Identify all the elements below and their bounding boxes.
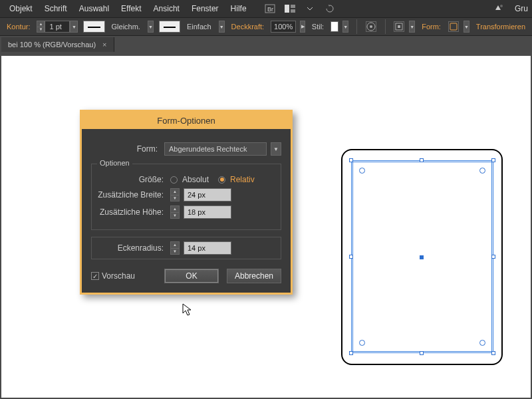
svg-rect-3 — [291, 5, 295, 8]
corner-anchor-bl[interactable] — [359, 340, 365, 346]
svg-rect-9 — [398, 25, 400, 28]
stroke-dropdown[interactable]: ▼ — [70, 21, 78, 33]
handle-tl[interactable] — [349, 158, 353, 162]
opacity-label: Deckkraft: — [229, 23, 267, 31]
handle-br[interactable] — [491, 351, 495, 355]
corner-radius-label: Eckenradius: — [97, 243, 166, 253]
handle-bl[interactable] — [349, 351, 353, 355]
bridge-icon[interactable]: Br — [264, 3, 276, 14]
stroke-style-1-dropdown[interactable]: ▼ — [148, 21, 154, 33]
svg-rect-10 — [450, 23, 457, 30]
svg-rect-4 — [291, 9, 295, 13]
size-relative-label[interactable]: Relativ — [230, 175, 255, 184]
svg-text:Br: Br — [267, 6, 273, 13]
menu-bar: Objekt Schrift Auswahl Effekt Ansicht Fe… — [0, 0, 532, 17]
radius-group: Eckenradius: ▲▼ 14 px — [91, 237, 281, 259]
form-type-dropdown-icon[interactable]: ▼ — [271, 142, 281, 156]
corner-radius-input[interactable]: 14 px — [184, 241, 231, 255]
extra-height-input[interactable]: 18 px — [184, 205, 231, 219]
align-icon[interactable] — [394, 21, 404, 32]
extra-width-label: Zusätzliche Breite: — [97, 190, 166, 200]
options-bar: Kontur: ▲▼ 1 pt ▼ Gleichm. ▼ Einfach ▼ D… — [0, 17, 532, 36]
shape-options-dialog: Form-Optionen Form: Abgerundetes Rechtec… — [80, 110, 293, 295]
menu-objekt[interactable]: Objekt — [4, 2, 38, 15]
stroke-style-2-dropdown[interactable]: ▼ — [219, 21, 225, 33]
extra-width-input[interactable]: 24 px — [184, 188, 231, 201]
shape-icon[interactable] — [448, 21, 459, 32]
sync-icon[interactable] — [324, 3, 336, 14]
stroke-stepper[interactable]: ▲▼ — [37, 21, 45, 33]
corner-anchor-tl[interactable] — [359, 168, 365, 174]
style-dropdown[interactable]: ▼ — [342, 21, 348, 33]
handle-ml[interactable] — [349, 255, 353, 259]
handle-bm[interactable] — [420, 351, 424, 355]
menu-fenster[interactable]: Fenster — [186, 2, 224, 15]
options-group: Optionen Größe: Absolut Relativ Zusätzli… — [91, 164, 281, 230]
svg-point-5 — [500, 5, 503, 7]
selected-shape[interactable] — [341, 149, 503, 365]
stroke-style-2-label: Einfach — [184, 23, 215, 31]
handle-tm[interactable] — [420, 158, 424, 162]
close-icon[interactable]: × — [102, 41, 106, 49]
options-group-legend: Optionen — [97, 159, 132, 167]
corner-anchor-tr[interactable] — [479, 168, 485, 174]
dialog-title[interactable]: Form-Optionen — [82, 112, 291, 129]
svg-point-7 — [370, 25, 372, 28]
document-tab[interactable]: bei 100 % (RGB/Vorschau) × — [1, 37, 114, 52]
form-type-select[interactable]: Abgerundetes Rechteck — [164, 142, 267, 156]
center-point[interactable] — [420, 255, 424, 259]
menu-schrift[interactable]: Schrift — [39, 2, 72, 15]
stroke-style-1-label: Gleichm. — [109, 23, 144, 31]
extra-height-stepper[interactable]: ▲▼ — [170, 205, 180, 219]
arrange-icon[interactable] — [284, 3, 296, 14]
menu-auswahl[interactable]: Auswahl — [74, 2, 114, 15]
stroke-label: Kontur: — [4, 23, 33, 31]
handle-mr[interactable] — [491, 255, 495, 259]
shape-label: Form: — [419, 23, 444, 31]
extra-height-label: Zusätzliche Höhe: — [97, 207, 166, 217]
preview-label: Vorschau — [102, 271, 135, 281]
size-absolute-label[interactable]: Absolut — [182, 175, 209, 184]
size-absolute-radio[interactable] — [170, 176, 178, 184]
stroke-preview-1[interactable] — [83, 21, 104, 33]
stroke-value[interactable]: 1 pt — [45, 21, 70, 33]
size-relative-radio[interactable] — [218, 176, 225, 184]
handle-tr[interactable] — [491, 158, 495, 162]
style-swatch[interactable] — [331, 21, 338, 32]
workspace-menu[interactable]: Gru — [515, 4, 528, 13]
menu-effekt[interactable]: Effekt — [116, 2, 146, 15]
ok-button[interactable]: OK — [164, 269, 219, 283]
shape-dropdown[interactable]: ▼ — [464, 21, 469, 33]
style-label: Stil: — [309, 23, 327, 31]
document-tab-label: bei 100 % (RGB/Vorschau) — [8, 41, 96, 49]
extra-width-stepper[interactable]: ▲▼ — [170, 188, 180, 201]
cancel-button[interactable]: Abbrechen — [227, 269, 281, 283]
corner-anchor-br[interactable] — [479, 340, 485, 346]
transform-label[interactable]: Transformieren — [473, 23, 528, 31]
size-label: Größe: — [97, 175, 166, 184]
notification-icon[interactable] — [492, 3, 504, 14]
chevron-down-icon[interactable] — [304, 3, 316, 14]
preview-checkbox[interactable]: ✓ Vorschau — [91, 271, 135, 281]
recolor-icon[interactable] — [366, 21, 376, 32]
align-dropdown[interactable]: ▼ — [409, 21, 415, 33]
menu-ansicht[interactable]: Ansicht — [148, 2, 185, 15]
opacity-dropdown[interactable]: ▶ — [300, 21, 305, 33]
corner-radius-stepper[interactable]: ▲▼ — [170, 241, 180, 255]
form-type-label: Form: — [91, 144, 160, 154]
opacity-value[interactable]: 100% — [271, 21, 296, 33]
svg-rect-2 — [285, 5, 289, 13]
stroke-preview-2[interactable] — [159, 21, 180, 33]
menu-hilfe[interactable]: Hilfe — [225, 2, 252, 15]
document-tab-bar: bei 100 % (RGB/Vorschau) × — [0, 36, 532, 52]
